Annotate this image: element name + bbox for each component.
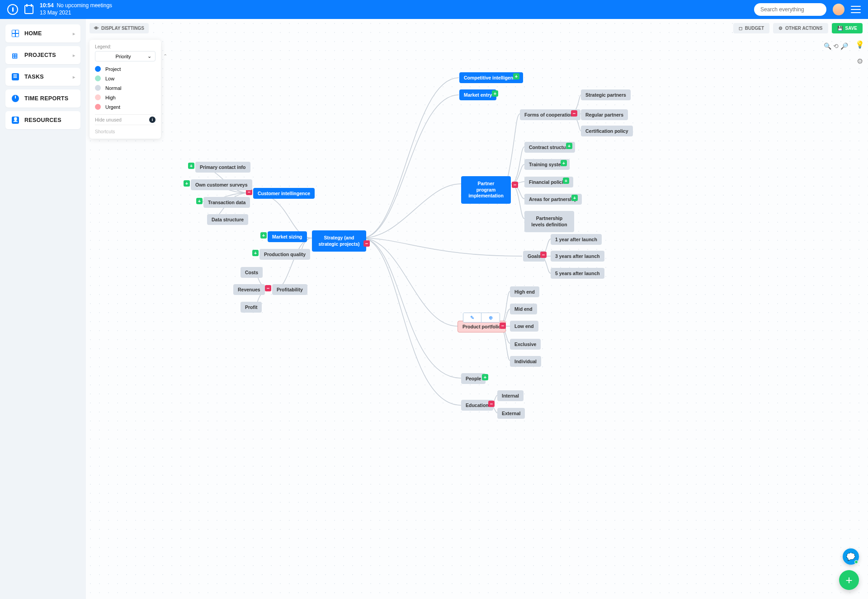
node-cust-intel[interactable]: Customer intellingence	[253, 188, 315, 199]
shortcuts-link[interactable]: Shortcuts	[95, 125, 156, 134]
hide-unused-toggle[interactable]: Hide unusedi	[95, 114, 156, 125]
expand-icon[interactable]: +	[561, 160, 567, 166]
nav-label: RESOURCES	[24, 117, 61, 123]
node-regular-partners[interactable]: Regular partners	[581, 109, 628, 120]
nav-time-reports[interactable]: TIME REPORTS	[5, 89, 80, 108]
zoom-out-icon[interactable]: 🔎	[840, 42, 848, 50]
node-prod-quality[interactable]: Production quality	[259, 249, 310, 260]
add-fab[interactable]: +	[839, 570, 859, 590]
settings-icon[interactable]: ⚙	[857, 57, 863, 66]
header-meetings: No upcoming meetings	[57, 2, 112, 9]
expand-icon[interactable]: +	[482, 374, 488, 380]
node-g1[interactable]: 1 year after launch	[551, 234, 602, 245]
collapse-icon[interactable]: −	[540, 252, 547, 258]
expand-icon[interactable]: +	[566, 143, 572, 149]
search-input[interactable]	[754, 3, 826, 16]
node-market-sizing[interactable]: Market sizing	[268, 231, 307, 242]
legend-dot	[95, 94, 101, 100]
node-pci[interactable]: Primary contact info	[195, 162, 250, 173]
node-profit[interactable]: Profit	[241, 302, 262, 313]
menu-icon[interactable]	[851, 6, 861, 13]
node-cert-policy[interactable]: Certification policy	[581, 126, 633, 136]
other-actions-button[interactable]: ⚙OTHER ACTIONS	[773, 23, 828, 33]
expand-icon[interactable]: +	[571, 195, 578, 201]
nav-projects[interactable]: PROJECTS	[5, 46, 80, 64]
node-external[interactable]: External	[497, 408, 525, 419]
node-trans-data[interactable]: Transaction data	[203, 197, 250, 208]
save-button[interactable]: 💾SAVE	[832, 23, 863, 33]
node-g5[interactable]: 5 years after launch	[551, 268, 604, 279]
canvas-toolbar: 👁DISPLAY SETTINGS ◻BUDGET ⚙OTHER ACTIONS…	[86, 19, 868, 37]
legend-dot	[95, 104, 101, 110]
legend-dropdown[interactable]: Priority⌄⌃	[95, 51, 156, 61]
node-partner-levels[interactable]: Partnership levels definition	[524, 211, 574, 232]
info-icon[interactable]: i	[149, 117, 156, 123]
node-profitability[interactable]: Profitability	[272, 284, 307, 295]
header-date: 13 May 2021	[40, 9, 112, 17]
projects-icon	[12, 51, 19, 59]
add-node-button[interactable]: ⊕	[481, 313, 500, 322]
zoom-reset-icon[interactable]: ⟲	[833, 42, 839, 50]
expand-icon[interactable]: +	[184, 180, 190, 187]
node-revenues[interactable]: Revenues	[233, 284, 265, 295]
chevron-down-icon: ⌄	[147, 53, 151, 59]
collapse-icon[interactable]: −	[571, 110, 577, 117]
expand-icon[interactable]: +	[252, 250, 259, 256]
node-data-struct[interactable]: Data structure	[207, 214, 248, 225]
node-high-end[interactable]: High end	[510, 286, 539, 297]
idea-icon[interactable]: 💡	[855, 40, 864, 49]
node-exclusive[interactable]: Exclusive	[510, 339, 541, 350]
nav-home[interactable]: HOME	[5, 24, 80, 42]
expand-icon[interactable]: +	[196, 198, 203, 204]
node-strategic-partners[interactable]: Strategic partners	[581, 89, 631, 100]
collapse-icon[interactable]: −	[488, 401, 495, 407]
avatar[interactable]	[833, 4, 844, 15]
expand-icon[interactable]: +	[188, 163, 194, 169]
nav-label: PROJECTS	[24, 52, 56, 58]
nav-resources[interactable]: RESOURCES	[5, 111, 80, 129]
node-internal[interactable]: Internal	[497, 390, 524, 401]
nav-label: HOME	[24, 30, 42, 37]
node-mid-end[interactable]: Mid end	[510, 304, 537, 314]
node-costs[interactable]: Costs	[241, 267, 263, 278]
collapse-icon[interactable]: −	[500, 323, 506, 329]
top-header: 10:54 No upcoming meetings 13 May 2021	[0, 0, 868, 19]
chat-fab[interactable]	[843, 548, 859, 565]
node-partner-program[interactable]: Partner program implementation	[461, 176, 511, 204]
expand-icon[interactable]: +	[513, 73, 519, 80]
node-g3[interactable]: 3 years after launch	[551, 251, 604, 262]
legend-label: Urgent	[105, 104, 120, 110]
legend-label: Normal	[105, 85, 121, 91]
gear-icon: ⚙	[778, 26, 783, 31]
chevron-up-icon[interactable]: ⌃	[163, 53, 167, 59]
save-icon: 💾	[837, 26, 843, 31]
node-low-end[interactable]: Low end	[510, 321, 538, 332]
expand-icon[interactable]: +	[260, 232, 267, 239]
legend-dot	[95, 66, 101, 72]
app-logo-icon[interactable]	[7, 4, 18, 15]
node-individual[interactable]: Individual	[510, 356, 541, 367]
mindmap-canvas[interactable]: 👁DISPLAY SETTINGS ◻BUDGET ⚙OTHER ACTIONS…	[86, 19, 868, 599]
zoom-in-icon[interactable]: 🔍	[824, 42, 831, 50]
node-surveys[interactable]: Own customer surveys	[191, 179, 252, 190]
expand-icon[interactable]: +	[492, 90, 498, 97]
zoom-controls: 🔍 ⟲ 🔎	[824, 42, 848, 50]
tasks-icon	[12, 73, 19, 80]
nav-tasks[interactable]: TASKS	[5, 68, 80, 86]
legend-item[interactable]: Project	[95, 66, 156, 72]
legend-item[interactable]: Low	[95, 75, 156, 81]
legend-item[interactable]: High	[95, 94, 156, 100]
calendar-icon[interactable]	[24, 5, 33, 14]
edit-node-button[interactable]: ✎	[463, 313, 481, 322]
node-root[interactable]: Strategy (and strategic projects)	[312, 230, 366, 252]
node-market-entry[interactable]: Market entry	[459, 89, 496, 100]
legend-item[interactable]: Normal	[95, 85, 156, 91]
expand-icon[interactable]: +	[563, 178, 569, 184]
collapse-icon[interactable]: −	[265, 285, 271, 291]
collapse-icon[interactable]: −	[363, 240, 370, 247]
display-settings-button[interactable]: 👁DISPLAY SETTINGS	[90, 23, 149, 33]
budget-button[interactable]: ◻BUDGET	[733, 23, 769, 33]
legend-item[interactable]: Urgent	[95, 104, 156, 110]
collapse-icon[interactable]: −	[512, 182, 518, 188]
legend-title: Legend:	[95, 44, 156, 49]
